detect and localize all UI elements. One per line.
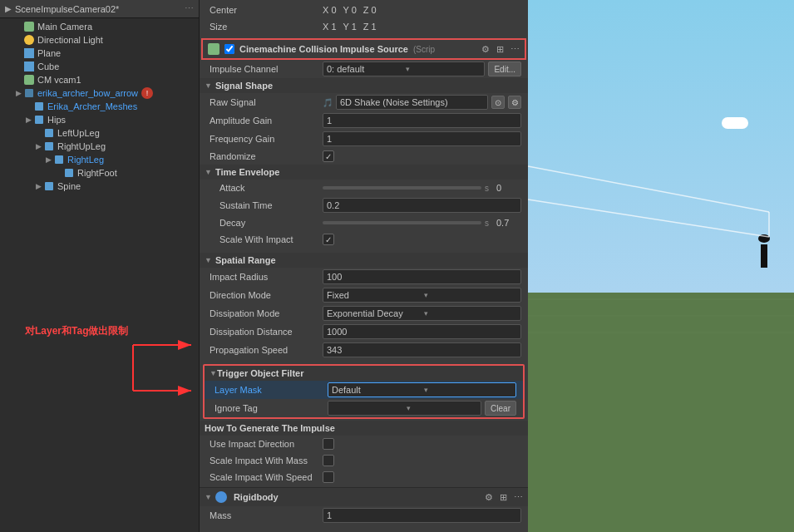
tree-item-meshes[interactable]: Erika_Archer_Meshes xyxy=(0,100,199,113)
tree-label: Plane xyxy=(37,48,61,58)
impact-radius-input[interactable]: 100 xyxy=(323,269,521,284)
tree-label: Erika_Archer_Meshes xyxy=(47,101,137,111)
layer-mask-row: Layer Mask Default ▾ xyxy=(205,381,523,399)
dissipation-distance-row: Dissipation Distance 1000 xyxy=(200,323,528,341)
size-y: Y 1 xyxy=(343,22,357,32)
scale-mass-label: Scale Impact With Mass xyxy=(206,456,323,466)
scale-speed-row: Scale Impact With Speed xyxy=(200,469,528,485)
tree-item-cube[interactable]: Cube xyxy=(0,60,199,73)
spatial-range-section[interactable]: ▼ Spatial Range xyxy=(200,253,528,268)
size-row: Size X 1 Y 1 Z 1 xyxy=(200,18,528,35)
use-impact-dir-checkbox[interactable] xyxy=(323,438,334,450)
size-z: Z 1 xyxy=(363,22,377,32)
scale-impact-row: Scale With Impact xyxy=(200,231,528,248)
tree-item-rightupleg[interactable]: ▶ RightUpLeg xyxy=(0,140,199,153)
frequency-gain-input[interactable]: 1 xyxy=(323,131,521,146)
go-icon xyxy=(53,154,65,165)
mass-input[interactable]: 1 xyxy=(323,508,521,523)
layer-mask-dropdown[interactable]: Default ▾ xyxy=(328,382,516,397)
tree-item-main-camera[interactable]: Main Camera xyxy=(0,20,199,33)
tree-arrow: ▶ xyxy=(33,182,43,190)
decay-slider[interactable] xyxy=(323,221,481,224)
inspector-panel: Center X 0 Y 0 Z 0 Size X 1 Y 1 Z 1 Cine… xyxy=(200,0,528,532)
viewport-panel xyxy=(528,0,794,532)
direction-mode-value: Fixed xyxy=(327,290,421,300)
dissipation-distance-input[interactable]: 1000 xyxy=(323,324,521,339)
dissipation-mode-row: Dissipation Mode Exponential Decay ▾ xyxy=(200,304,528,323)
section-arrow-icon: ▼ xyxy=(205,256,212,264)
trigger-filter-header: ▼ Trigger Object Filter xyxy=(205,366,523,381)
tree-item-rightfoot[interactable]: RightFoot xyxy=(0,166,199,180)
center-row: Center X 0 Y 0 Z 0 xyxy=(200,2,528,18)
tree-arrow: ▶ xyxy=(43,155,53,164)
amplitude-gain-input[interactable]: 1 xyxy=(323,113,521,128)
spatial-range-label: Spatial Range xyxy=(215,255,276,265)
frequency-gain-row: Frequency Gain 1 xyxy=(200,130,528,148)
signal-gear-btn[interactable]: ⚙ xyxy=(508,96,521,109)
dissipation-mode-label: Dissipation Mode xyxy=(206,308,323,318)
tree-item-hips[interactable]: ▶ Hips xyxy=(0,113,199,126)
tree-item-archer[interactable]: ▶ erika_archer_bow_arrow ! xyxy=(0,86,199,100)
dissipation-mode-dropdown[interactable]: Exponential Decay ▾ xyxy=(323,306,521,321)
component-enabled-checkbox[interactable] xyxy=(224,44,234,54)
scale-speed-checkbox[interactable] xyxy=(323,471,334,483)
propagation-speed-label: Propagation Speed xyxy=(206,345,323,355)
dropdown-arrow-icon: ▾ xyxy=(406,65,481,73)
rigidbody-settings-icon[interactable]: ⚙ xyxy=(485,492,493,503)
rigidbody-align-icon[interactable]: ⊞ xyxy=(500,492,507,503)
rigidbody-menu-icon[interactable]: ⋯ xyxy=(514,492,523,503)
scale-impact-checkbox[interactable] xyxy=(323,234,334,245)
center-x: X 0 xyxy=(323,5,337,15)
raw-signal-dropdown[interactable]: 6D Shake (Noise Settings) xyxy=(336,95,488,110)
camera-icon xyxy=(23,21,35,32)
tree-label: RightUpLeg xyxy=(57,141,106,151)
tree-item-spine[interactable]: ▶ Spine xyxy=(0,180,199,193)
go-icon xyxy=(43,140,55,152)
impulse-channel-dropdown[interactable]: 0: default ▾ xyxy=(323,62,485,76)
how-to-generate-section[interactable]: How To Generate The Impulse xyxy=(200,421,528,436)
attack-label: Attack xyxy=(206,183,323,193)
light-icon xyxy=(23,34,35,46)
go-icon xyxy=(43,127,55,139)
rigidbody-expand-arrow[interactable]: ▼ xyxy=(205,493,212,501)
propagation-speed-input[interactable]: 343 xyxy=(323,342,521,357)
dropdown-arrow-icon: ▾ xyxy=(407,404,478,412)
hierarchy-menu-icon[interactable]: ⋯ xyxy=(185,3,194,14)
settings-icon[interactable]: ⚙ xyxy=(481,44,490,55)
impact-radius-label: Impact Radius xyxy=(206,272,323,282)
frequency-gain-label: Frequency Gain xyxy=(206,134,323,144)
raw-signal-label: Raw Signal xyxy=(206,97,323,107)
direction-mode-dropdown[interactable]: Fixed ▾ xyxy=(323,288,521,303)
tree-item-dir-light[interactable]: Directional Light xyxy=(0,33,199,47)
time-envelope-section[interactable]: ▼ Time Envelope xyxy=(200,165,528,180)
align-icon[interactable]: ⊞ xyxy=(496,44,504,55)
tree-label: RightLeg xyxy=(67,155,104,165)
tree-label: Hips xyxy=(47,115,66,125)
how-to-generate-label: How To Generate The Impulse xyxy=(205,423,335,433)
time-envelope-label: Time Envelope xyxy=(215,167,279,177)
tree-item-plane[interactable]: Plane xyxy=(0,47,199,60)
ignore-tag-label: Ignore Tag xyxy=(211,403,328,413)
impulse-channel-label: Impulse Channel xyxy=(206,64,323,74)
edit-button[interactable]: Edit... xyxy=(488,62,521,76)
mass-row: Mass 1 xyxy=(200,506,528,525)
camera-icon xyxy=(23,74,35,86)
signal-settings-btn[interactable]: ⊙ xyxy=(491,96,505,109)
impulse-component-section: Cinemachine Collision Impulse Source (Sc… xyxy=(201,38,526,60)
use-impact-dir-row: Use Impact Direction xyxy=(200,436,528,452)
tree-item-leftupleg[interactable]: LeftUpLeg xyxy=(0,126,199,140)
attack-slider[interactable] xyxy=(323,186,481,190)
ignore-tag-dropdown[interactable]: ▾ xyxy=(328,401,481,416)
hierarchy-panel: ▶ SceneImpulseCamera02* ⋯ Main Camera Di… xyxy=(0,0,200,532)
randomize-checkbox[interactable] xyxy=(323,150,334,162)
menu-dots-icon[interactable]: ⋯ xyxy=(510,44,520,55)
tree-item-rightleg[interactable]: ▶ RightLeg xyxy=(0,153,199,166)
tree-item-vcam1[interactable]: CM vcam1 xyxy=(0,73,199,86)
clear-button[interactable]: Clear xyxy=(485,401,516,416)
scale-mass-checkbox[interactable] xyxy=(323,455,334,466)
go-icon xyxy=(63,167,75,179)
direction-mode-label: Direction Mode xyxy=(206,290,323,300)
sustain-input[interactable]: 0.2 xyxy=(323,198,521,213)
amplitude-gain-label: Amplitude Gain xyxy=(206,116,323,126)
signal-shape-section[interactable]: ▼ Signal Shape xyxy=(200,78,528,93)
